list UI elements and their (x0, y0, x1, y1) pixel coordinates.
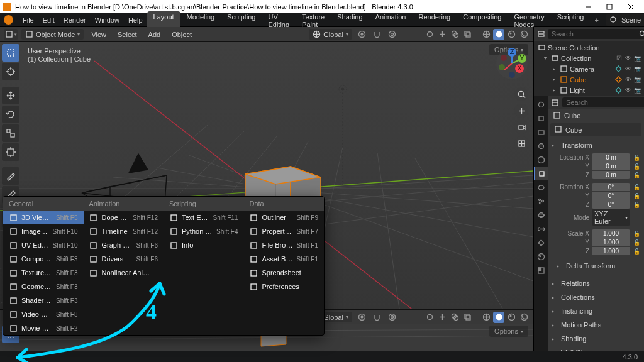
outliner-search-input[interactable] (548, 29, 644, 39)
panel-transform-header[interactable]: ▾Transform (550, 139, 641, 151)
properties-tab-particle[interactable] (534, 194, 548, 208)
disclosure-icon[interactable]: ▾ (542, 55, 548, 61)
rotation-x-field[interactable]: 0° (592, 183, 630, 191)
editor-menu-item-file-browser[interactable]: File BrowserShift F1 (244, 238, 325, 252)
rotation-y-field[interactable]: 0° (592, 192, 630, 200)
editor-menu-item-spreadsheet[interactable]: Spreadsheet (244, 266, 325, 280)
shading-wireframe[interactable] (480, 29, 492, 40)
editor-menu-item-uv-editor[interactable]: UV EditorShift F10 (3, 238, 84, 252)
scale-z-field[interactable]: 1.000 (592, 247, 630, 255)
editor-menu-item-video-sequencer[interactable]: Video SequencerShift F8 (3, 307, 84, 321)
render-icon[interactable]: 📷 (634, 76, 641, 83)
eye-icon[interactable]: 👁 (625, 55, 632, 62)
editor-menu-item-movie-clip-editor[interactable]: Movie Clip EditorShift F2 (3, 321, 84, 335)
shading-rendered[interactable] (518, 29, 530, 40)
properties-tab-view[interactable] (534, 125, 548, 139)
render-icon[interactable]: 📷 (634, 55, 641, 62)
editor-menu-item-preferences[interactable]: Preferences (244, 280, 325, 293)
overlay-toggle-b[interactable] (449, 312, 460, 323)
overlay-toggle[interactable] (449, 29, 460, 40)
outliner-editor-selector[interactable] (537, 29, 545, 39)
location-z-field[interactable]: 0 m (592, 171, 630, 179)
editor-menu-item-text-editor[interactable]: Text EditorShift F11 (164, 211, 244, 224)
snap-toggle-b[interactable] (371, 312, 382, 323)
xray-toggle-b[interactable] (462, 312, 473, 323)
outliner-tree[interactable]: Scene Collection ▾ Collection ☑👁📷 ▸Camer… (534, 41, 644, 96)
xray-toggle[interactable] (462, 29, 473, 40)
lock-icon[interactable]: 🔓 (633, 163, 640, 170)
orientation-dropdown[interactable]: Global ▾ (309, 29, 352, 40)
navigation-gizmo[interactable]: Y X Z (496, 47, 528, 80)
editor-menu-item-properties[interactable]: PropertiesShift F7 (244, 224, 325, 238)
tool-transform[interactable] (2, 143, 19, 161)
panel-visibility-header[interactable]: ▸Visibility (550, 346, 641, 351)
properties-tab-texture[interactable] (534, 263, 548, 277)
properties-editor-selector[interactable] (551, 97, 559, 107)
disclosure-icon[interactable]: ▸ (551, 66, 557, 72)
lock-icon[interactable]: 🔓 (633, 172, 640, 178)
visibility-toggle[interactable] (424, 29, 435, 40)
properties-tab-output[interactable] (534, 111, 548, 125)
render-icon[interactable]: 📷 (634, 65, 641, 72)
proportional-edit-toggle-b[interactable] (386, 312, 397, 323)
menu-file[interactable]: File (18, 14, 38, 26)
menu-edit[interactable]: Edit (38, 14, 59, 26)
lock-icon[interactable]: 🔓 (633, 155, 640, 161)
properties-tab-modifier[interactable] (534, 180, 548, 194)
menu-render[interactable]: Render (59, 14, 91, 26)
zoom-icon[interactable] (514, 87, 528, 101)
menu-window[interactable]: Window (91, 14, 124, 26)
outliner-row-collection[interactable]: ▾ Collection ☑👁📷 (534, 53, 644, 63)
disclosure-icon[interactable]: ▸ (551, 77, 557, 82)
proportional-edit-toggle[interactable] (386, 29, 397, 40)
menu-object[interactable]: Object (168, 30, 196, 40)
exclude-checkbox[interactable]: ☑ (615, 55, 623, 62)
viewport-options-dropdown-b[interactable]: Options▾ (489, 326, 528, 337)
editor-menu-item-asset-browser[interactable]: Asset BrowserShift F1 (244, 252, 325, 266)
properties-tab-world[interactable] (534, 153, 548, 167)
menu-add[interactable]: Add (145, 30, 165, 40)
scene-name-input[interactable] (620, 16, 644, 25)
location-x-field[interactable]: 0 m (592, 153, 630, 162)
menu-help[interactable]: Help (124, 14, 147, 26)
editor-menu-item-image-editor[interactable]: Image EditorShift F10 (3, 224, 84, 238)
tool-annotate[interactable] (2, 167, 19, 185)
shading-solid-b[interactable] (493, 312, 504, 323)
properties-search-input[interactable] (562, 97, 644, 107)
editor-menu-item-outliner[interactable]: OutlinerShift F9 (244, 211, 325, 224)
properties-tab-material[interactable] (534, 250, 548, 263)
editor-menu-item-dope-sheet[interactable]: Dope SheetShift F12 (84, 211, 164, 224)
tool-select-box[interactable] (2, 44, 19, 62)
shading-solid[interactable] (493, 29, 504, 40)
lock-icon[interactable]: 🔓 (633, 248, 640, 255)
pivot-dropdown-b[interactable] (356, 312, 367, 323)
window-close-button[interactable] (620, 0, 641, 13)
lock-icon[interactable]: 🔓 (633, 239, 640, 246)
editor-menu-item-graph-editor[interactable]: Graph EditorShift F6 (84, 238, 164, 252)
snap-toggle[interactable] (371, 29, 382, 40)
pan-icon[interactable] (514, 104, 528, 118)
properties-tab-scene[interactable] (534, 139, 548, 153)
gizmo-toggle-b[interactable] (436, 312, 448, 323)
editor-menu-item-texture-node-editor[interactable]: Texture Node EditorShift F3 (3, 266, 84, 280)
lock-icon[interactable]: 🔓 (633, 231, 640, 237)
outliner-row-camera[interactable]: ▸Camera👁📷 (534, 63, 644, 74)
location-y-field[interactable]: 0 m (592, 162, 630, 170)
menu-view[interactable]: View (87, 30, 110, 40)
shading-material[interactable] (506, 29, 517, 40)
scale-y-field[interactable]: 1.000 (592, 238, 630, 246)
editor-menu-item-nonlinear-animation[interactable]: Nonlinear Animation (84, 266, 164, 280)
pivot-dropdown[interactable] (356, 29, 367, 40)
editor-type-menu[interactable]: General3D ViewportShift F5Image EditorSh… (3, 196, 325, 336)
editor-menu-item-geometry-node-editor[interactable]: Geometry Node EditorShift F3 (3, 280, 84, 293)
panel-motion-paths-header[interactable]: ▸Motion Paths (550, 319, 641, 331)
properties-tab-render[interactable] (534, 97, 548, 111)
editor-menu-item-info[interactable]: Info (164, 238, 244, 252)
eye-icon[interactable]: 👁 (625, 65, 632, 72)
shading-rendered-b[interactable] (518, 312, 530, 323)
editor-menu-item-shader-editor[interactable]: Shader EditorShift F3 (3, 293, 84, 307)
disclosure-icon[interactable]: ▸ (551, 87, 557, 93)
properties-datablock-row[interactable]: Cube (550, 123, 641, 136)
outliner-row-scene[interactable]: Scene Collection (534, 42, 644, 53)
rotation-z-field[interactable]: 0° (592, 200, 630, 209)
